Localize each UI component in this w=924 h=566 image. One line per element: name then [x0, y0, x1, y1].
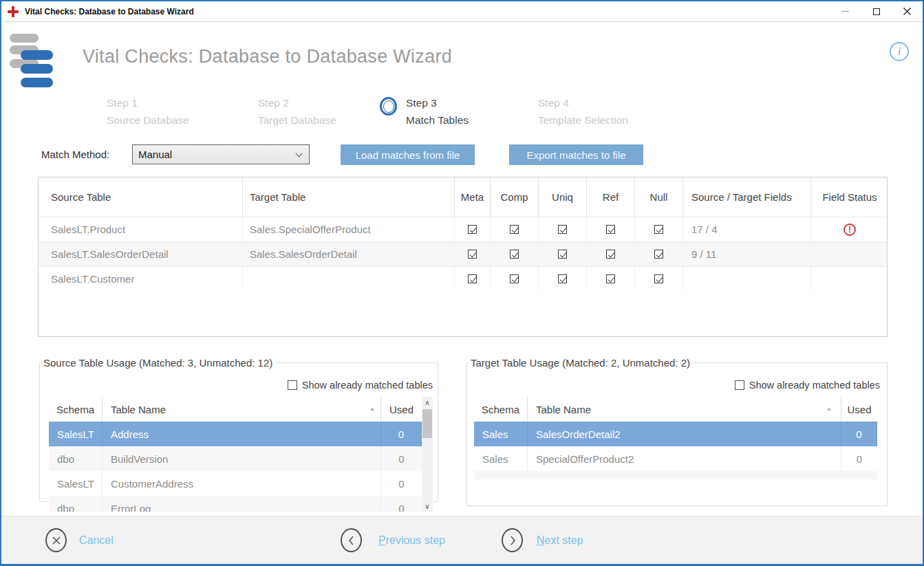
show-matched-label: Show already matched tables [302, 380, 433, 391]
col-header-ref[interactable]: Ref [587, 177, 635, 217]
col-header-table-name[interactable]: Table Name [103, 397, 381, 422]
col-header-source-table[interactable]: Source Table [39, 177, 243, 217]
used-cell: 0 [841, 446, 877, 471]
match-method-label: Match Method: [41, 149, 109, 160]
match-method-select[interactable]: Manual [132, 144, 310, 164]
fields-count-cell: 17 / 4 [683, 217, 811, 241]
col-header-schema[interactable]: Schema [474, 397, 528, 422]
sort-ascending-icon[interactable]: ▲ [826, 406, 832, 412]
used-cell: 0 [381, 496, 422, 512]
schema-cell: dbo [49, 446, 103, 471]
source-usage-row[interactable]: dbo ErrorLog 0 [49, 496, 433, 512]
ref-checkbox[interactable] [606, 250, 615, 259]
col-header-used[interactable]: Used [841, 397, 877, 422]
match-table-row[interactable]: SalesLT.SalesOrderDetail Sales.SalesOrde… [39, 241, 887, 266]
schema-cell: SalesLT [49, 422, 103, 446]
source-usage-row[interactable]: dbo BuildVersion 0 [49, 446, 433, 471]
show-matched-checkbox[interactable] [288, 380, 297, 390]
scrollbar-thumb[interactable] [422, 409, 432, 438]
window-title: Vital Checks: Database to Database Wizar… [25, 7, 194, 17]
meta-checkbox[interactable] [468, 274, 477, 283]
target-usage-panel: Target Table Usage (Matched: 2, Unmatche… [466, 357, 888, 506]
scroll-down-icon[interactable]: ∨ [422, 501, 433, 512]
source-table-cell: SalesLT.Customer [39, 267, 243, 291]
info-button[interactable]: i [890, 42, 909, 61]
source-usage-row[interactable]: SalesLT CustomerAddress 0 [49, 471, 433, 496]
maximize-icon [873, 8, 880, 15]
step-1-sublabel: Source Database [107, 111, 189, 129]
scroll-up-icon[interactable]: ∧ [422, 397, 433, 408]
field-status-cell [811, 242, 888, 266]
step-4-label: Step 4 [538, 94, 628, 111]
meta-checkbox[interactable] [468, 225, 477, 234]
source-table-cell: SalesLT.Product [39, 217, 243, 241]
match-table-row[interactable]: SalesLT.Product Sales.SpecialOfferProduc… [39, 217, 887, 241]
step-1-indicator: Step 1 Source Database [107, 94, 189, 129]
used-cell: 0 [841, 422, 877, 446]
step-4-indicator: Step 4 Template Selection [538, 94, 628, 129]
col-header-target-table[interactable]: Target Table [243, 177, 455, 217]
show-matched-checkbox[interactable] [735, 380, 744, 390]
ref-checkbox[interactable] [606, 274, 615, 283]
null-checkbox[interactable] [654, 274, 663, 283]
target-show-matched: Show already matched tables [735, 380, 880, 391]
col-header-schema[interactable]: Schema [49, 397, 103, 422]
target-usage-row[interactable]: Sales SalesOrderDetail2 0 [474, 422, 877, 446]
target-usage-row[interactable]: Sales SpecialOfferProduct2 0 [474, 446, 877, 471]
col-header-null[interactable]: Null [635, 177, 683, 217]
used-cell: 0 [381, 471, 422, 496]
col-header-table-name[interactable]: Table Name [528, 397, 841, 422]
col-header-field-status[interactable]: Field Status [811, 177, 888, 217]
source-usage-panel: Source Table Usage (Matched: 3, Unmatche… [39, 357, 438, 502]
source-usage-title: Source Table Usage (Matched: 3, Unmatche… [41, 357, 276, 369]
vertical-scrollbar[interactable]: ∧ ∨ [422, 397, 433, 512]
chevron-down-icon [296, 151, 303, 157]
uniq-checkbox[interactable] [558, 225, 567, 234]
source-usage-row[interactable]: SalesLT Address 0 [49, 422, 433, 446]
col-header-used[interactable]: Used [381, 397, 422, 422]
target-usage-title: Target Table Usage (Matched: 2, Unmatche… [469, 357, 694, 369]
step-3-label: Step 3 [406, 94, 469, 111]
next-step-label: Next step [537, 534, 583, 547]
meta-checkbox[interactable] [468, 250, 477, 259]
null-checkbox[interactable] [654, 225, 663, 234]
ref-checkbox[interactable] [606, 225, 615, 234]
comp-checkbox[interactable] [510, 274, 519, 283]
load-matches-button[interactable]: Load matches from file [341, 144, 475, 165]
comp-checkbox[interactable] [510, 250, 519, 259]
cancel-button[interactable]: Cancel [45, 528, 114, 552]
footer-bar: Cancel Previous step Next step [1, 516, 923, 564]
minimize-button[interactable] [830, 1, 861, 21]
match-table: Source Table Target Table Meta Comp Uniq… [38, 177, 888, 337]
current-step-circle-icon [380, 97, 397, 116]
export-matches-button[interactable]: Export matches to file [509, 144, 643, 165]
uniq-checkbox[interactable] [558, 274, 567, 283]
info-icon: i [898, 45, 901, 58]
match-table-header: Source Table Target Table Meta Comp Uniq… [39, 177, 887, 217]
field-status-error-icon[interactable]: ! [844, 224, 856, 236]
col-header-meta[interactable]: Meta [455, 177, 491, 217]
target-usage-header: Schema Table Name Used [474, 397, 877, 422]
step-4-sublabel: Template Selection [538, 111, 628, 129]
step-2-indicator: Step 2 Target Database [258, 94, 336, 129]
step-1-label: Step 1 [107, 94, 189, 111]
close-button[interactable] [892, 1, 923, 21]
comp-checkbox[interactable] [510, 225, 519, 234]
step-3-sublabel: Match Tables [406, 111, 469, 129]
target-table-cell: Sales.SalesOrderDetail [243, 242, 455, 266]
sort-ascending-icon[interactable]: ▲ [369, 406, 375, 412]
chevron-left-icon [341, 528, 362, 552]
cancel-label: Cancel [79, 534, 114, 547]
uniq-checkbox[interactable] [558, 250, 567, 259]
maximize-button[interactable] [861, 1, 892, 21]
match-table-row[interactable]: SalesLT.Customer [39, 266, 887, 291]
next-step-button[interactable]: Next step [502, 528, 583, 552]
col-header-fields[interactable]: Source / Target Fields [683, 177, 811, 217]
col-header-comp[interactable]: Comp [491, 177, 539, 217]
titlebar[interactable]: Vital Checks: Database to Database Wizar… [1, 1, 923, 22]
used-cell: 0 [381, 422, 422, 446]
col-header-uniq[interactable]: Uniq [539, 177, 587, 217]
table-name-cell: Address [103, 422, 381, 446]
null-checkbox[interactable] [654, 250, 663, 259]
previous-step-button[interactable]: Previous step [341, 528, 445, 552]
